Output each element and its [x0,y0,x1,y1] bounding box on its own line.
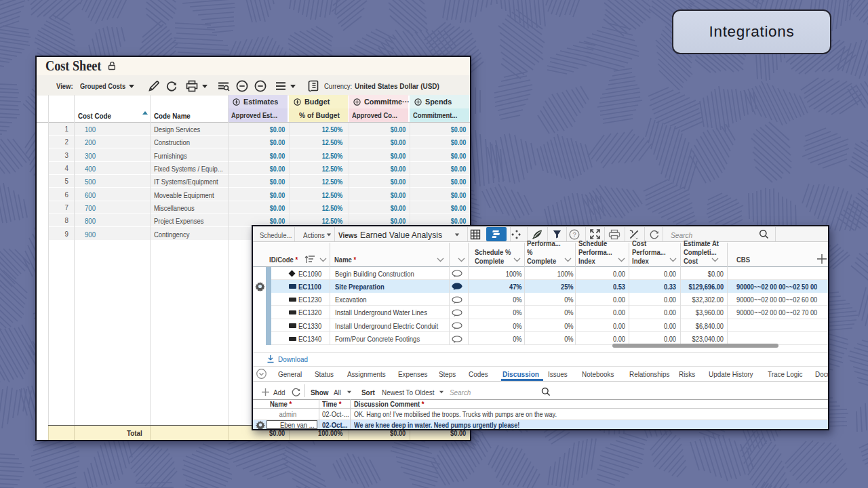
svg-text:?: ? [572,230,576,238]
